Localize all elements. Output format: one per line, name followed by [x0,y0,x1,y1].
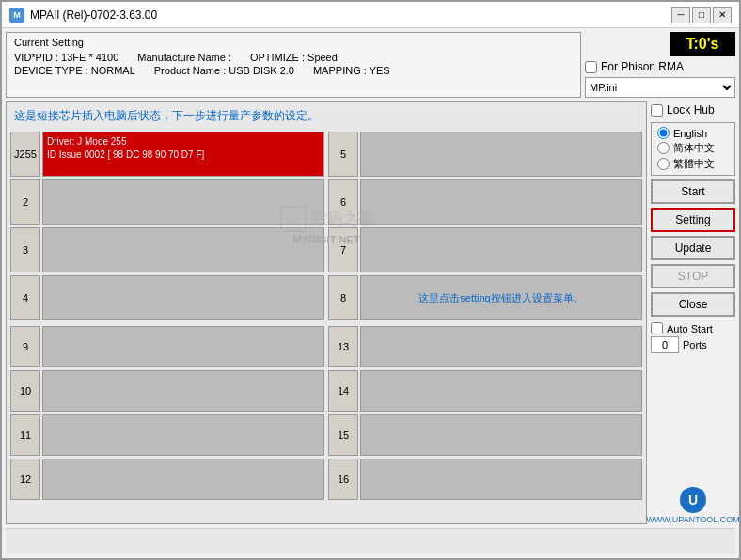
slot-content-7 [360,227,642,272]
slot-label-12[interactable]: 12 [10,459,40,500]
auto-start-section: Auto Start Ports [651,320,735,355]
mp-ini-select[interactable]: MP.ini [585,77,735,98]
close-button[interactable]: Close [651,292,735,317]
ports-label: Ports [683,339,707,350]
table-row: 2 [10,179,324,225]
lock-hub-row: Lock Hub [651,101,735,118]
slot-label-14[interactable]: 14 [328,370,358,412]
right-panel-top: For Phison RMA MP.ini [585,60,735,98]
table-row: 7 [328,227,642,272]
slot-label-8[interactable]: 8 [328,275,358,320]
optimize: OPTIMIZE : Speed [250,52,338,63]
bottom-right-col: 13 14 15 16 [328,326,642,500]
slot-label-10[interactable]: 10 [10,370,40,412]
traditional-radio[interactable] [657,158,670,170]
setting-row-1: VID*PID : 13FE * 4100 Manufacture Name :… [14,52,573,63]
simplified-radio-row: 简体中文 [657,141,729,155]
table-row: 4 [10,275,324,320]
right-sidebar: Lock Hub English 简体中文 繁體中文 [651,101,735,524]
right-slots-col: 5 6 7 [328,132,642,320]
slot-active-text-j255-line2: ID Issue 0002 [ 98 DC 98 90 70 D7 F] [47,148,320,162]
slot-content-4 [42,275,324,320]
device-type: DEVICE TYPE : NORMAL [14,65,135,76]
upan-icon: U [680,487,706,513]
minimize-button[interactable]: ─ [671,7,690,23]
english-radio-row: English [657,127,729,139]
title-controls: ─ □ ✕ [671,7,732,23]
slot-active-text-j255-line1: Driver: J Mode 255 [47,135,320,148]
for-phison-row: For Phison RMA [585,60,735,73]
slot-label-13[interactable]: 13 [328,326,358,367]
for-phison-label: For Phison RMA [601,60,684,73]
slot-label-3[interactable]: 3 [10,227,40,272]
setting-button[interactable]: Setting [651,208,735,232]
upan-url: WWW.UPANTOOL.COM [646,515,740,524]
slot-content-9 [42,326,324,367]
slot-label-j255[interactable]: J255 [10,132,40,177]
english-radio[interactable] [657,127,670,139]
top-section: Current Setting VID*PID : 13FE * 4100 Ma… [6,32,735,98]
mp-ini-row: MP.ini [585,77,735,98]
slot-content-j255: Driver: J Mode 255 ID Issue 0002 [ 98 DC… [42,132,324,177]
slot-content-13 [360,326,642,367]
table-row: 13 [328,326,642,367]
slot-content-15 [360,414,642,456]
middle-section: 这是短接芯片插入电脑后状态，下一步进行量产参数的设定。 J255 Driver:… [6,101,735,524]
table-row: 12 [10,459,324,500]
mapping: MAPPING : YES [313,65,390,76]
setting-row-2: DEVICE TYPE : NORMAL Product Name : USB … [14,65,573,76]
table-row: 9 [10,326,324,367]
close-window-button[interactable]: ✕ [713,7,732,23]
simplified-radio[interactable] [657,142,670,154]
window-content: Current Setting VID*PID : 13FE * 4100 Ma… [2,28,739,558]
timer-display: T:0's [670,32,735,56]
language-group: English 简体中文 繁體中文 [651,122,735,176]
manufacture-label: Manufacture Name : [137,52,231,63]
slot-content-5 [360,132,642,177]
table-row: 11 [10,414,324,456]
title-bar: M MPAIl (Rel)-0702-3.63.00 ─ □ ✕ [2,2,739,28]
product-label: Product Name : USB DISK 2.0 [154,65,294,76]
slot-content-16 [360,459,642,500]
vid-pid: VID*PID : 13FE * 4100 [14,52,118,63]
auto-start-label-row: Auto Start [651,322,735,334]
current-setting-title: Current Setting [14,37,573,48]
slot-label-11[interactable]: 11 [10,414,40,456]
start-button[interactable]: Start [651,179,735,204]
slot-content-2 [42,179,324,225]
slot-label-7[interactable]: 7 [328,227,358,272]
auto-start-checkbox[interactable] [651,322,663,334]
table-row: 5 [328,132,642,177]
title-bar-left: M MPAIl (Rel)-0702-3.63.00 [9,8,157,23]
bottom-slots-area: 9 10 11 12 [10,326,642,500]
maximize-button[interactable]: □ [692,7,711,23]
slot-label-9[interactable]: 9 [10,326,40,367]
slot-content-8: 这里点击setting按钮进入设置菜单。 [360,275,642,320]
slot-label-4[interactable]: 4 [10,275,40,320]
upan-logo-area: U WWW.UPANTOOL.COM [651,487,735,524]
update-button[interactable]: Update [651,236,735,260]
auto-start-ports-row: Ports [651,336,735,353]
slot-content-10 [42,370,324,412]
table-row: 14 [328,370,642,412]
slot-label-16[interactable]: 16 [328,459,358,500]
app-icon: M [9,8,24,23]
table-row: 3 [10,227,324,272]
table-row: 8 这里点击setting按钮进入设置菜单。 [328,275,642,320]
auto-start-label: Auto Start [667,323,713,334]
for-phison-checkbox[interactable] [585,61,597,73]
slot-label-6[interactable]: 6 [328,179,358,225]
left-slots-col: J255 Driver: J Mode 255 ID Issue 0002 [ … [10,132,324,320]
ports-input[interactable] [651,336,679,353]
slot-label-2[interactable]: 2 [10,179,40,225]
lock-hub-checkbox[interactable] [651,104,663,117]
table-row: 16 [328,459,642,500]
slot-label-5[interactable]: 5 [328,132,358,177]
stop-button[interactable]: STOP [651,264,735,288]
slot-content-3 [42,227,324,272]
window-title: MPAIl (Rel)-0702-3.63.00 [30,8,157,22]
table-row: 6 [328,179,642,225]
bottom-bar [6,528,735,554]
english-label: English [673,128,707,139]
slot-label-15[interactable]: 15 [328,414,358,456]
